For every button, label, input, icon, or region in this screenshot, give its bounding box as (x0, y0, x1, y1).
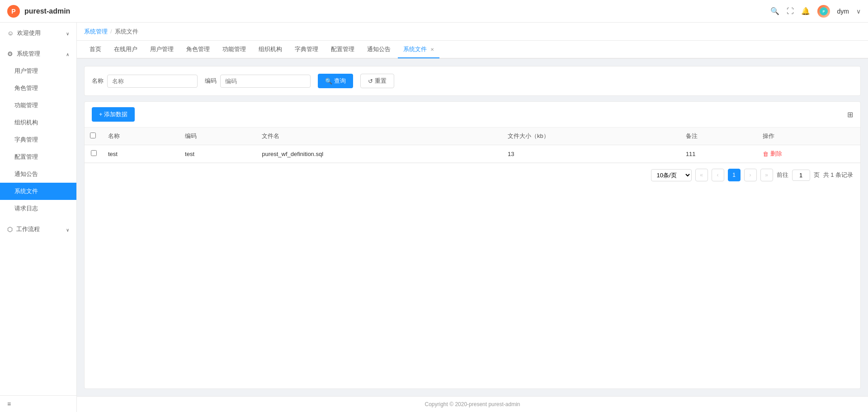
breadcrumb-current: 系统文件 (115, 28, 138, 36)
sidebar-collapse-btn[interactable]: ≡ (0, 395, 76, 412)
username-label[interactable]: dym (837, 8, 849, 15)
goto-input[interactable] (792, 170, 810, 181)
name-form-group: 名称 (92, 75, 198, 88)
reset-icon: ↺ (368, 78, 373, 85)
cell-name: test (103, 145, 179, 163)
table-card: + 添加数据 ⊞ 名称 编码 文件名 文件大小（kb） 备注 (84, 101, 861, 389)
cell-remark: 111 (680, 145, 757, 163)
page-prev-btn[interactable]: ‹ (712, 169, 724, 181)
sidebar-group-welcome-header[interactable]: ☺ 欢迎使用 (0, 24, 76, 42)
cell-filesize: 13 (502, 145, 680, 163)
name-label: 名称 (92, 77, 104, 85)
sidebar-item-req-log[interactable]: 请求日志 (0, 200, 76, 217)
workflow-label: 工作流程 (16, 225, 40, 233)
system-mgmt-label: 系统管理 (17, 50, 40, 58)
select-all-checkbox[interactable] (90, 133, 96, 138)
system-chevron (66, 51, 69, 57)
tab-home[interactable]: 首页 (84, 41, 107, 58)
sidebar-item-dict-mgmt[interactable]: 字典管理 (0, 131, 76, 148)
tab-sys-files-close[interactable]: ✕ (430, 47, 434, 52)
table-settings-icon[interactable]: ⊞ (847, 110, 853, 119)
tab-role-mgmt[interactable]: 角色管理 (181, 41, 215, 58)
workflow-chevron (66, 226, 69, 233)
col-code: 编码 (179, 128, 256, 145)
top-header: P purest-admin 🔍 ⛶ 🔔 P (0, 0, 868, 23)
welcome-label: 欢迎使用 (17, 29, 41, 37)
tab-config-mgmt[interactable]: 配置管理 (326, 41, 360, 58)
page-content: 名称 编码 🔍 查询 ↺ 重置 + 添加数据 (77, 59, 868, 396)
search-button[interactable]: 🔍 查询 (318, 74, 353, 88)
footer: Copyright © 2020-present purest-admin (77, 396, 868, 412)
breadcrumb-root[interactable]: 系统管理 (84, 28, 108, 36)
name-input[interactable] (107, 75, 198, 88)
sidebar-item-role-mgmt[interactable]: 角色管理 (0, 80, 76, 97)
tab-sys-files[interactable]: 系统文件 ✕ (398, 41, 439, 58)
reset-btn-label: 重置 (375, 77, 387, 85)
tab-online-users[interactable]: 在线用户 (108, 41, 143, 58)
page-first-btn[interactable]: « (695, 169, 708, 181)
table-toolbar: + 添加数据 ⊞ (85, 102, 860, 128)
tab-notice[interactable]: 通知公告 (362, 41, 396, 58)
tab-func-mgmt[interactable]: 功能管理 (217, 41, 251, 58)
table-header-row: 名称 编码 文件名 文件大小（kb） 备注 操作 (85, 128, 860, 145)
col-name: 名称 (103, 128, 179, 145)
search-card: 名称 编码 🔍 查询 ↺ 重置 (84, 66, 861, 96)
search-btn-icon: 🔍 (325, 78, 332, 85)
pagination-bar: 10条/页 20条/页 50条/页 100条/页 « ‹ 1 › » 前往 页 … (85, 163, 860, 187)
row-checkbox[interactable] (91, 150, 97, 156)
col-filesize: 文件大小（kb） (502, 128, 680, 145)
goto-label: 前往 (777, 171, 788, 179)
col-actions: 操作 (757, 128, 860, 145)
reset-button[interactable]: ↺ 重置 (360, 74, 394, 88)
delete-icon: 🗑 (763, 151, 769, 157)
table-body: test test purest_wf_definition.sql 13 11… (85, 145, 860, 163)
tab-org-mgmt[interactable]: 组织机构 (253, 41, 288, 58)
add-data-button[interactable]: + 添加数据 (92, 107, 135, 122)
app-title: purest-admin (24, 7, 70, 15)
sidebar-group-welcome: ☺ 欢迎使用 (0, 23, 76, 43)
code-label: 编码 (205, 77, 217, 85)
sidebar-item-user-mgmt[interactable]: 用户管理 (0, 62, 76, 80)
code-input[interactable] (220, 75, 311, 88)
code-form-group: 编码 (205, 75, 311, 88)
delete-button[interactable]: 🗑 删除 (763, 150, 782, 158)
main-layout: ☺ 欢迎使用 ⚙ 系统管理 用户管理 角色管理 功能管理 组织机构 字典管理 配… (0, 23, 868, 412)
page-size-select[interactable]: 10条/页 20条/页 50条/页 100条/页 (651, 169, 692, 181)
avatar[interactable]: P (817, 5, 830, 18)
tab-dict-mgmt[interactable]: 字典管理 (289, 41, 324, 58)
sidebar-item-sys-files[interactable]: 系统文件 (0, 183, 76, 200)
sidebar-group-workflow-header[interactable]: ⬡ 工作流程 (0, 221, 76, 238)
tab-user-mgmt[interactable]: 用户管理 (145, 41, 179, 58)
search-icon[interactable]: 🔍 (770, 7, 779, 15)
sidebar-item-config-mgmt[interactable]: 配置管理 (0, 148, 76, 166)
header-left: P purest-admin (7, 5, 70, 18)
bell-icon[interactable]: 🔔 (801, 7, 810, 15)
sidebar: ☺ 欢迎使用 ⚙ 系统管理 用户管理 角色管理 功能管理 组织机构 字典管理 配… (0, 23, 77, 412)
total-records: 共 1 条记录 (823, 171, 853, 179)
content-area: 系统管理 / 系统文件 首页 在线用户 用户管理 角色管理 功能管理 组织机构 … (77, 23, 868, 412)
cell-actions: 🗑 删除 (757, 145, 860, 163)
system-icon: ⚙ (7, 50, 13, 57)
cell-filename: purest_wf_definition.sql (256, 145, 502, 163)
user-menu-chevron[interactable]: ∨ (856, 8, 861, 15)
sidebar-item-org-mgmt[interactable]: 组织机构 (0, 114, 76, 131)
col-filename: 文件名 (256, 128, 502, 145)
tabs-bar: 首页 在线用户 用户管理 角色管理 功能管理 组织机构 字典管理 配置管理 通知… (77, 41, 868, 59)
fullscreen-icon[interactable]: ⛶ (787, 7, 794, 15)
sidebar-item-func-mgmt[interactable]: 功能管理 (0, 97, 76, 114)
page-unit-label: 页 (814, 171, 820, 179)
delete-label: 删除 (770, 150, 782, 158)
page-last-btn[interactable]: » (760, 169, 773, 181)
table-row: test test purest_wf_definition.sql 13 11… (85, 145, 860, 163)
page-1-btn[interactable]: 1 (728, 169, 741, 181)
page-next-btn[interactable]: › (744, 169, 757, 181)
logo-icon: P (7, 5, 20, 18)
sidebar-group-system-header[interactable]: ⚙ 系统管理 (0, 45, 76, 62)
sidebar-group-workflow: ⬡ 工作流程 (0, 219, 76, 240)
col-remark: 备注 (680, 128, 757, 145)
breadcrumb: 系统管理 / 系统文件 (77, 23, 868, 41)
sidebar-item-notice-mgmt[interactable]: 通知公告 (0, 166, 76, 183)
breadcrumb-sep: / (110, 28, 112, 35)
workflow-icon: ⬡ (7, 226, 13, 233)
welcome-icon: ☺ (7, 29, 14, 37)
